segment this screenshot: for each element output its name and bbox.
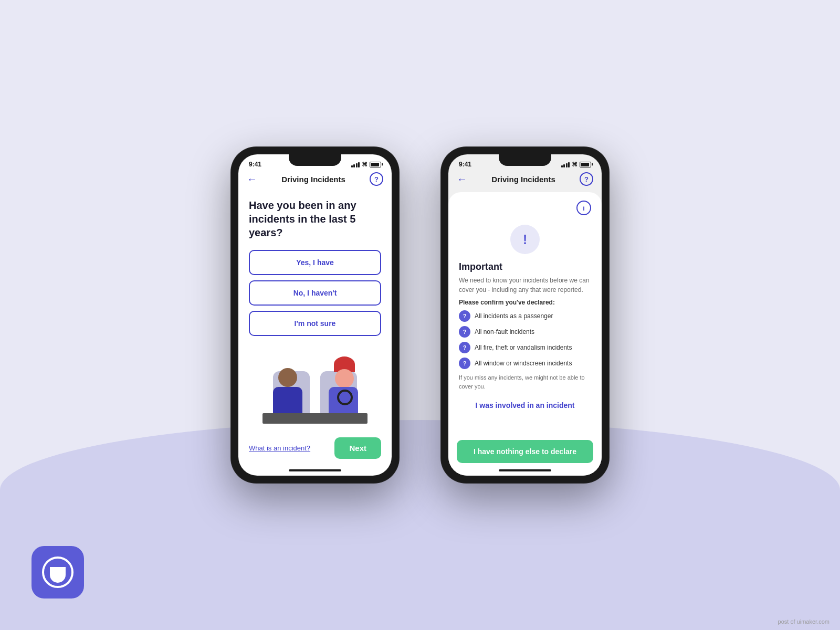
phone-2: 9:41 ⌘ ← Driving Incident xyxy=(441,147,609,483)
check-circle-0: ? xyxy=(459,310,470,322)
check-circle-3: ? xyxy=(459,358,470,369)
person2-head xyxy=(335,369,354,388)
signal-bar-5 xyxy=(561,165,563,167)
nav-bar-1: ← Driving Incidents ? xyxy=(238,170,392,190)
time-2: 9:41 xyxy=(459,161,471,168)
status-bar-2: 9:41 ⌘ xyxy=(448,154,602,170)
help-button-2[interactable]: ? xyxy=(580,172,593,186)
back-button-2[interactable]: ← xyxy=(457,173,467,185)
status-icons-2: ⌘ xyxy=(561,161,592,168)
checklist-item-1: ? All non-fault incidents xyxy=(459,326,591,338)
signal-bar-7 xyxy=(566,163,568,167)
signal-bar-3 xyxy=(356,163,358,167)
battery-2 xyxy=(580,162,591,167)
card-content: i ! Important We need to know your incid… xyxy=(448,192,602,440)
option-no[interactable]: No, I haven't xyxy=(249,280,381,306)
signal-bars-2 xyxy=(561,161,570,167)
phone2-card: i ! Important We need to know your incid… xyxy=(448,192,602,476)
option-unsure[interactable]: I'm not sure xyxy=(249,311,381,336)
app-icon-inner xyxy=(42,556,74,588)
exclamation-wrap: ! xyxy=(459,219,591,261)
important-title: Important xyxy=(459,261,591,272)
check-text-0: All incidents as a passenger xyxy=(475,312,553,320)
steering-wheel xyxy=(337,390,353,405)
watermark: post of uimaker.com xyxy=(778,618,830,625)
person1-head xyxy=(278,368,297,387)
app-icon xyxy=(32,546,84,598)
battery-1 xyxy=(370,162,381,167)
option-yes[interactable]: Yes, I have xyxy=(249,250,381,275)
exclamation-icon: ! xyxy=(510,225,540,254)
signal-bar-8 xyxy=(568,162,570,167)
warning-text: If you miss any incidents, we might not … xyxy=(459,373,591,391)
car-illustration xyxy=(249,346,381,424)
nav-title-2: Driving Incidents xyxy=(491,175,555,184)
back-button-1[interactable]: ← xyxy=(247,173,257,185)
signal-bar-4 xyxy=(358,162,360,167)
wifi-icon-2: ⌘ xyxy=(572,161,578,168)
incident-link[interactable]: What is an incident? xyxy=(249,444,310,452)
check-text-1: All non-fault incidents xyxy=(475,328,534,335)
scene: 9:41 ⌘ ← Driving Incident xyxy=(231,147,609,483)
dashboard xyxy=(262,413,368,424)
illus-scene xyxy=(262,350,368,424)
phone-1: 9:41 ⌘ ← Driving Incident xyxy=(231,147,399,483)
phone-1-screen: 9:41 ⌘ ← Driving Incident xyxy=(238,154,392,476)
question-title: Have you been in any incidents in the la… xyxy=(249,198,381,239)
signal-bar-6 xyxy=(563,164,565,167)
status-icons-1: ⌘ xyxy=(351,161,382,168)
wifi-icon-1: ⌘ xyxy=(362,161,368,168)
checklist-item-2: ? All fire, theft or vandalism incidents xyxy=(459,342,591,353)
bottom-bar-1: What is an incident? Next xyxy=(238,432,392,467)
next-button[interactable]: Next xyxy=(334,437,381,459)
battery-fill-2 xyxy=(581,163,589,166)
battery-fill-1 xyxy=(371,163,379,166)
phone-2-screen: 9:41 ⌘ ← Driving Incident xyxy=(448,154,602,476)
important-desc: We need to know your incidents before we… xyxy=(459,276,591,295)
signal-bar-2 xyxy=(353,164,355,167)
declare-button[interactable]: I have nothing else to declare xyxy=(457,440,593,463)
app-icon-half xyxy=(50,567,66,583)
phone1-content: Have you been in any incidents in the la… xyxy=(238,190,392,432)
help-button-1[interactable]: ? xyxy=(370,172,383,186)
incident-action-link[interactable]: I was involved in an incident xyxy=(459,396,591,415)
check-text-3: All window or windscreen incidents xyxy=(475,360,572,367)
check-circle-1: ? xyxy=(459,326,470,338)
home-indicator-1 xyxy=(289,469,341,471)
person1-body xyxy=(273,387,302,413)
nav-title-1: Driving Incidents xyxy=(281,175,345,184)
checklist-item-0: ? All incidents as a passenger xyxy=(459,310,591,322)
nav-bar-2: ← Driving Incidents ? xyxy=(448,170,602,190)
phone2-bottom: I have nothing else to declare xyxy=(448,440,602,476)
check-circle-2: ? xyxy=(459,342,470,353)
status-bar-1: 9:41 ⌘ xyxy=(238,154,392,170)
info-icon[interactable]: i xyxy=(576,201,591,215)
check-text-2: All fire, theft or vandalism incidents xyxy=(475,344,572,351)
signal-bars-1 xyxy=(351,161,360,167)
signal-bar-1 xyxy=(351,165,353,167)
confirm-label: Please confirm you've declared: xyxy=(459,299,591,306)
time-1: 9:41 xyxy=(249,161,261,168)
home-indicator-2 xyxy=(499,469,551,471)
checklist-item-3: ? All window or windscreen incidents xyxy=(459,358,591,369)
